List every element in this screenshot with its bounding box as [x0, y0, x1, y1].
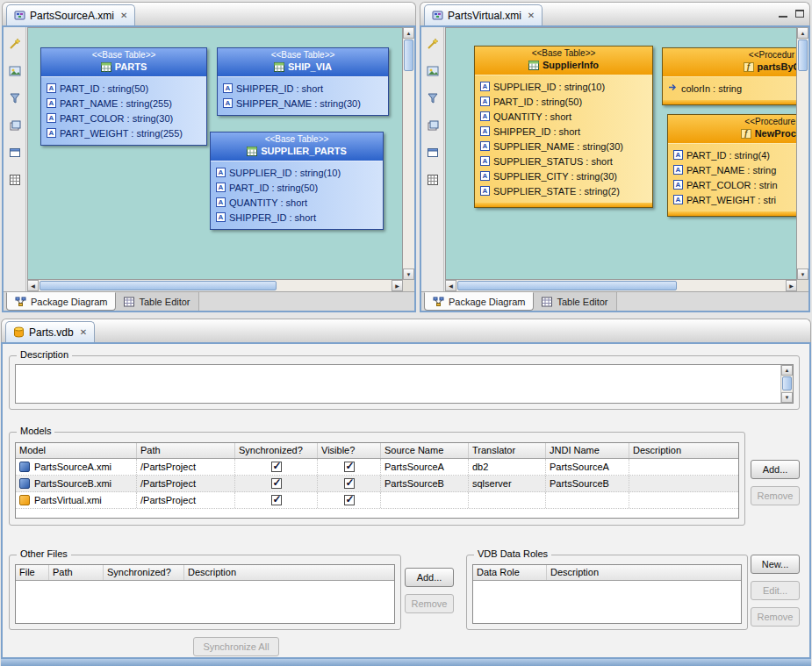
description-textarea[interactable]: ▲ ▼ [15, 364, 794, 404]
attribute-row[interactable]: ASUPPLIER_STATE : string(2) [475, 183, 652, 198]
tab-partssourcea-xmi[interactable]: PartsSourceA.xmi ✕ [6, 4, 135, 25]
grid-icon[interactable] [7, 172, 23, 188]
filter-icon[interactable] [7, 90, 23, 106]
scroll-down-arrow[interactable]: ▼ [797, 269, 808, 280]
column-header[interactable]: Visible? [318, 443, 381, 458]
attribute-row[interactable]: AQUANTITY : short [475, 109, 652, 124]
tab-partsvirtual-xmi[interactable]: PartsVirtual.xmi ✕ [424, 4, 543, 25]
attribute-row[interactable]: APART_ID : string(4) [668, 147, 797, 162]
attribute-row[interactable]: ASUPPLIER_ID : string(10) [475, 79, 652, 94]
attribute-row[interactable]: APART_COLOR : strin [668, 177, 797, 192]
scroll-thumb[interactable] [40, 281, 277, 290]
attribute-row[interactable]: ASHIPPER_ID : short [211, 210, 383, 225]
attribute-row[interactable]: ASHIPPER_NAME : string(30) [218, 96, 388, 111]
scroll-thumb[interactable] [404, 39, 413, 71]
maximize-icon[interactable] [795, 10, 804, 18]
column-header[interactable]: Model [16, 443, 137, 458]
visible-checkbox[interactable] [344, 478, 355, 489]
attribute-row[interactable]: ASUPPLIER_ID : string(10) [211, 165, 383, 180]
attribute-row[interactable]: APART_ID : string(50) [41, 81, 206, 96]
wand-icon[interactable] [7, 36, 23, 52]
scroll-right-arrow[interactable]: ▶ [392, 280, 403, 291]
attribute-row[interactable]: APART_NAME : string [668, 162, 797, 177]
attribute-row[interactable]: APART_NAME : string(255) [41, 96, 206, 111]
minimize-icon[interactable] [779, 10, 787, 18]
vertical-scrollbar[interactable]: ▲ ▼ [780, 365, 793, 403]
column-header[interactable]: Path [49, 565, 104, 580]
scroll-up-arrow[interactable]: ▲ [797, 27, 808, 39]
attribute-row[interactable]: APART_WEIGHT : string(255) [41, 125, 206, 140]
attribute-row[interactable]: ASUPPLIER_STATUS : short [475, 154, 652, 168]
other-files-remove-button[interactable]: Remove [405, 594, 454, 613]
column-header[interactable]: Path [137, 443, 235, 458]
attribute-row[interactable]: APART_COLOR : string(30) [41, 111, 206, 125]
attribute-row[interactable]: ASHIPPER_ID : short [475, 124, 652, 139]
table-row-partssourceb[interactable]: PartsSourceB.xmi /PartsProject PartsSour… [16, 476, 738, 492]
scroll-down-arrow[interactable]: ▼ [781, 392, 793, 403]
entity-supplierinfo[interactable]: <<Base Table>> SupplierInfo ASUPPLIER_ID… [474, 46, 653, 208]
horizontal-scrollbar[interactable]: ◀ ▶ [445, 280, 797, 291]
attribute-row[interactable]: ASUPPLIER_CITY : string(30) [475, 168, 652, 183]
diagram-canvas[interactable]: <<Base Table>> PARTS APART_ID : string(5… [27, 27, 403, 280]
close-icon[interactable]: ✕ [120, 11, 127, 20]
picture-icon[interactable] [7, 63, 23, 79]
attribute-row[interactable]: APART_ID : string(50) [211, 180, 383, 195]
wand-icon[interactable] [425, 36, 441, 52]
layers-icon[interactable] [425, 118, 441, 133]
data-roles-edit-button[interactable]: Edit... [751, 581, 800, 600]
entity-supplier-parts[interactable]: <<Base Table>> SUPPLIER_PARTS ASUPPLIER_… [210, 132, 384, 230]
column-header[interactable]: Synchronized? [104, 565, 184, 580]
synchronize-all-button[interactable]: Synchronize All [193, 637, 279, 656]
attribute-row[interactable]: ASUPPLIER_NAME : string(30) [475, 139, 652, 154]
scroll-thumb[interactable] [457, 281, 677, 290]
scroll-left-arrow[interactable]: ◀ [27, 280, 39, 291]
parameter-row[interactable]: colorIn : string [663, 81, 797, 96]
close-icon[interactable]: ✕ [528, 11, 535, 20]
column-header[interactable]: Source Name [381, 443, 469, 458]
horizontal-scrollbar[interactable]: ◀ ▶ [27, 280, 403, 291]
window-icon[interactable] [425, 145, 441, 161]
filter-icon[interactable] [425, 90, 441, 106]
visible-checkbox[interactable] [344, 462, 355, 472]
attribute-row[interactable]: APART_WEIGHT : stri [668, 192, 797, 207]
models-remove-button[interactable]: Remove [751, 486, 800, 505]
synchronized-checkbox[interactable] [271, 495, 282, 505]
column-header[interactable]: Description [184, 565, 394, 580]
synchronized-checkbox[interactable] [271, 462, 282, 472]
synchronized-checkbox[interactable] [271, 478, 282, 489]
visible-checkbox[interactable] [344, 495, 355, 505]
entity-newprocedureresult[interactable]: <<Procedure Re ƒNewProcedu APART_ID : st… [667, 114, 797, 217]
vertical-scrollbar[interactable]: ▲ ▼ [797, 27, 808, 280]
vertical-scrollbar[interactable]: ▲ ▼ [403, 27, 414, 280]
other-files-add-button[interactable]: Add... [405, 568, 454, 587]
entity-partsbycolor[interactable]: <<Procedur ƒpartsByC colorIn : string [662, 47, 797, 105]
layers-icon[interactable] [7, 118, 23, 133]
column-header[interactable]: Synchronized? [235, 443, 318, 458]
column-header[interactable]: Description [629, 443, 738, 458]
diagram-canvas[interactable]: <<Base Table>> SupplierInfo ASUPPLIER_ID… [445, 27, 797, 280]
tab-package-diagram[interactable]: Package Diagram [424, 292, 534, 311]
scroll-up-arrow[interactable]: ▲ [403, 27, 414, 39]
tab-table-editor[interactable]: Table Editor [534, 292, 616, 311]
scroll-thumb[interactable] [798, 39, 808, 71]
scroll-thumb[interactable] [782, 376, 792, 390]
attribute-row[interactable]: ASHIPPER_ID : short [218, 81, 388, 96]
picture-icon[interactable] [425, 63, 441, 79]
column-header[interactable]: JNDI Name [546, 443, 629, 458]
entity-parts[interactable]: <<Base Table>> PARTS APART_ID : string(5… [40, 47, 207, 146]
table-row-partssourcea[interactable]: PartsSourceA.xmi /PartsProject PartsSour… [16, 459, 738, 476]
attribute-row[interactable]: APART_ID : string(50) [475, 94, 652, 109]
scroll-down-arrow[interactable]: ▼ [403, 269, 414, 280]
column-header[interactable]: Data Role [473, 565, 547, 580]
tab-parts-vdb[interactable]: Parts.vdb ✕ [5, 321, 95, 342]
tab-table-editor[interactable]: Table Editor [116, 292, 198, 311]
data-roles-remove-button[interactable]: Remove [751, 607, 800, 627]
scroll-up-arrow[interactable]: ▲ [781, 365, 793, 376]
column-header[interactable]: Description [547, 565, 741, 580]
tab-package-diagram[interactable]: Package Diagram [6, 292, 116, 311]
table-row-partsvirtual[interactable]: PartsVirtual.xmi /PartsProject [16, 492, 738, 509]
scroll-right-arrow[interactable]: ▶ [786, 280, 797, 291]
column-header[interactable]: File [16, 565, 49, 580]
attribute-row[interactable]: AQUANTITY : short [211, 195, 383, 210]
scroll-left-arrow[interactable]: ◀ [445, 280, 456, 291]
